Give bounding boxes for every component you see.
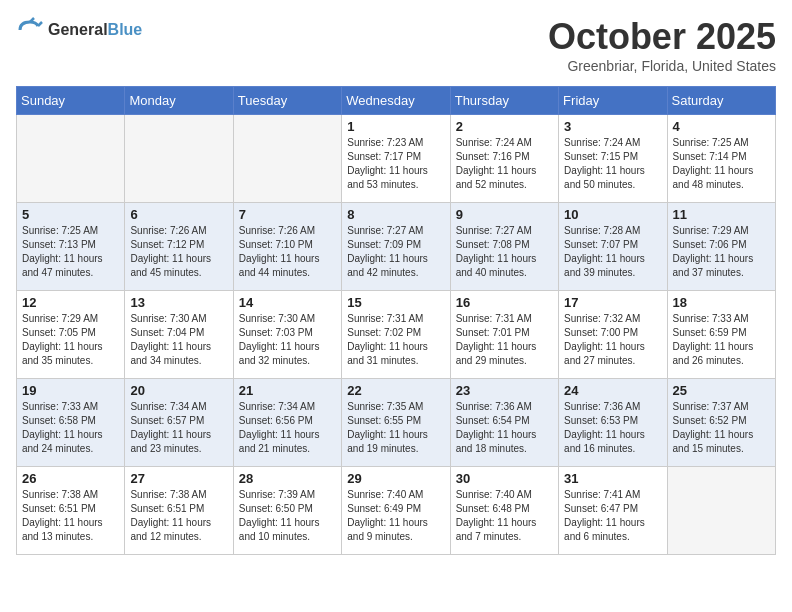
- day-number: 24: [564, 383, 661, 398]
- calendar-cell: [667, 467, 775, 555]
- calendar-cell: 9Sunrise: 7:27 AM Sunset: 7:08 PM Daylig…: [450, 203, 558, 291]
- calendar-week-row: 1Sunrise: 7:23 AM Sunset: 7:17 PM Daylig…: [17, 115, 776, 203]
- calendar-cell: 10Sunrise: 7:28 AM Sunset: 7:07 PM Dayli…: [559, 203, 667, 291]
- calendar-header-row: SundayMondayTuesdayWednesdayThursdayFrid…: [17, 87, 776, 115]
- calendar-cell: 8Sunrise: 7:27 AM Sunset: 7:09 PM Daylig…: [342, 203, 450, 291]
- day-number: 29: [347, 471, 444, 486]
- calendar-cell: 26Sunrise: 7:38 AM Sunset: 6:51 PM Dayli…: [17, 467, 125, 555]
- calendar-cell: 15Sunrise: 7:31 AM Sunset: 7:02 PM Dayli…: [342, 291, 450, 379]
- day-info: Sunrise: 7:33 AM Sunset: 6:59 PM Dayligh…: [673, 312, 770, 368]
- day-info: Sunrise: 7:27 AM Sunset: 7:08 PM Dayligh…: [456, 224, 553, 280]
- month-title: October 2025: [548, 16, 776, 58]
- day-number: 31: [564, 471, 661, 486]
- day-info: Sunrise: 7:29 AM Sunset: 7:06 PM Dayligh…: [673, 224, 770, 280]
- day-of-week-header: Thursday: [450, 87, 558, 115]
- calendar-table: SundayMondayTuesdayWednesdayThursdayFrid…: [16, 86, 776, 555]
- day-info: Sunrise: 7:32 AM Sunset: 7:00 PM Dayligh…: [564, 312, 661, 368]
- day-number: 28: [239, 471, 336, 486]
- day-info: Sunrise: 7:36 AM Sunset: 6:53 PM Dayligh…: [564, 400, 661, 456]
- day-number: 2: [456, 119, 553, 134]
- day-number: 18: [673, 295, 770, 310]
- calendar-cell: 31Sunrise: 7:41 AM Sunset: 6:47 PM Dayli…: [559, 467, 667, 555]
- calendar-cell: 7Sunrise: 7:26 AM Sunset: 7:10 PM Daylig…: [233, 203, 341, 291]
- day-number: 25: [673, 383, 770, 398]
- calendar-cell: 5Sunrise: 7:25 AM Sunset: 7:13 PM Daylig…: [17, 203, 125, 291]
- day-number: 3: [564, 119, 661, 134]
- logo: GeneralBlue: [16, 16, 142, 44]
- day-number: 6: [130, 207, 227, 222]
- calendar-cell: 14Sunrise: 7:30 AM Sunset: 7:03 PM Dayli…: [233, 291, 341, 379]
- calendar-cell: 12Sunrise: 7:29 AM Sunset: 7:05 PM Dayli…: [17, 291, 125, 379]
- day-number: 7: [239, 207, 336, 222]
- day-info: Sunrise: 7:38 AM Sunset: 6:51 PM Dayligh…: [130, 488, 227, 544]
- calendar-cell: 27Sunrise: 7:38 AM Sunset: 6:51 PM Dayli…: [125, 467, 233, 555]
- calendar-cell: [17, 115, 125, 203]
- calendar-week-row: 19Sunrise: 7:33 AM Sunset: 6:58 PM Dayli…: [17, 379, 776, 467]
- day-of-week-header: Tuesday: [233, 87, 341, 115]
- day-number: 22: [347, 383, 444, 398]
- day-number: 27: [130, 471, 227, 486]
- calendar-cell: [125, 115, 233, 203]
- day-info: Sunrise: 7:24 AM Sunset: 7:16 PM Dayligh…: [456, 136, 553, 192]
- calendar-cell: 16Sunrise: 7:31 AM Sunset: 7:01 PM Dayli…: [450, 291, 558, 379]
- day-number: 11: [673, 207, 770, 222]
- day-number: 12: [22, 295, 119, 310]
- calendar-week-row: 26Sunrise: 7:38 AM Sunset: 6:51 PM Dayli…: [17, 467, 776, 555]
- day-number: 4: [673, 119, 770, 134]
- day-number: 26: [22, 471, 119, 486]
- day-info: Sunrise: 7:31 AM Sunset: 7:01 PM Dayligh…: [456, 312, 553, 368]
- day-number: 19: [22, 383, 119, 398]
- calendar-cell: 28Sunrise: 7:39 AM Sunset: 6:50 PM Dayli…: [233, 467, 341, 555]
- day-info: Sunrise: 7:36 AM Sunset: 6:54 PM Dayligh…: [456, 400, 553, 456]
- day-info: Sunrise: 7:23 AM Sunset: 7:17 PM Dayligh…: [347, 136, 444, 192]
- day-info: Sunrise: 7:34 AM Sunset: 6:57 PM Dayligh…: [130, 400, 227, 456]
- day-info: Sunrise: 7:24 AM Sunset: 7:15 PM Dayligh…: [564, 136, 661, 192]
- day-number: 15: [347, 295, 444, 310]
- calendar-cell: 23Sunrise: 7:36 AM Sunset: 6:54 PM Dayli…: [450, 379, 558, 467]
- day-number: 20: [130, 383, 227, 398]
- day-info: Sunrise: 7:30 AM Sunset: 7:04 PM Dayligh…: [130, 312, 227, 368]
- calendar-cell: 20Sunrise: 7:34 AM Sunset: 6:57 PM Dayli…: [125, 379, 233, 467]
- calendar-cell: [233, 115, 341, 203]
- calendar-cell: 22Sunrise: 7:35 AM Sunset: 6:55 PM Dayli…: [342, 379, 450, 467]
- day-info: Sunrise: 7:29 AM Sunset: 7:05 PM Dayligh…: [22, 312, 119, 368]
- calendar-cell: 19Sunrise: 7:33 AM Sunset: 6:58 PM Dayli…: [17, 379, 125, 467]
- page-header: GeneralBlue October 2025 Greenbriar, Flo…: [16, 16, 776, 74]
- location: Greenbriar, Florida, United States: [548, 58, 776, 74]
- calendar-cell: 17Sunrise: 7:32 AM Sunset: 7:00 PM Dayli…: [559, 291, 667, 379]
- day-number: 5: [22, 207, 119, 222]
- day-info: Sunrise: 7:39 AM Sunset: 6:50 PM Dayligh…: [239, 488, 336, 544]
- day-info: Sunrise: 7:40 AM Sunset: 6:48 PM Dayligh…: [456, 488, 553, 544]
- day-info: Sunrise: 7:25 AM Sunset: 7:14 PM Dayligh…: [673, 136, 770, 192]
- day-of-week-header: Sunday: [17, 87, 125, 115]
- day-number: 9: [456, 207, 553, 222]
- calendar-cell: 30Sunrise: 7:40 AM Sunset: 6:48 PM Dayli…: [450, 467, 558, 555]
- day-of-week-header: Wednesday: [342, 87, 450, 115]
- day-info: Sunrise: 7:37 AM Sunset: 6:52 PM Dayligh…: [673, 400, 770, 456]
- day-of-week-header: Friday: [559, 87, 667, 115]
- calendar-cell: 24Sunrise: 7:36 AM Sunset: 6:53 PM Dayli…: [559, 379, 667, 467]
- calendar-cell: 11Sunrise: 7:29 AM Sunset: 7:06 PM Dayli…: [667, 203, 775, 291]
- day-number: 13: [130, 295, 227, 310]
- day-info: Sunrise: 7:26 AM Sunset: 7:10 PM Dayligh…: [239, 224, 336, 280]
- day-info: Sunrise: 7:41 AM Sunset: 6:47 PM Dayligh…: [564, 488, 661, 544]
- day-info: Sunrise: 7:26 AM Sunset: 7:12 PM Dayligh…: [130, 224, 227, 280]
- calendar-cell: 3Sunrise: 7:24 AM Sunset: 7:15 PM Daylig…: [559, 115, 667, 203]
- day-info: Sunrise: 7:31 AM Sunset: 7:02 PM Dayligh…: [347, 312, 444, 368]
- day-info: Sunrise: 7:40 AM Sunset: 6:49 PM Dayligh…: [347, 488, 444, 544]
- day-info: Sunrise: 7:30 AM Sunset: 7:03 PM Dayligh…: [239, 312, 336, 368]
- title-block: October 2025 Greenbriar, Florida, United…: [548, 16, 776, 74]
- day-number: 1: [347, 119, 444, 134]
- day-number: 8: [347, 207, 444, 222]
- calendar-week-row: 5Sunrise: 7:25 AM Sunset: 7:13 PM Daylig…: [17, 203, 776, 291]
- day-number: 10: [564, 207, 661, 222]
- day-info: Sunrise: 7:38 AM Sunset: 6:51 PM Dayligh…: [22, 488, 119, 544]
- day-number: 14: [239, 295, 336, 310]
- calendar-cell: 1Sunrise: 7:23 AM Sunset: 7:17 PM Daylig…: [342, 115, 450, 203]
- day-number: 16: [456, 295, 553, 310]
- logo-text: GeneralBlue: [48, 20, 142, 39]
- day-info: Sunrise: 7:27 AM Sunset: 7:09 PM Dayligh…: [347, 224, 444, 280]
- day-info: Sunrise: 7:28 AM Sunset: 7:07 PM Dayligh…: [564, 224, 661, 280]
- day-number: 23: [456, 383, 553, 398]
- day-info: Sunrise: 7:35 AM Sunset: 6:55 PM Dayligh…: [347, 400, 444, 456]
